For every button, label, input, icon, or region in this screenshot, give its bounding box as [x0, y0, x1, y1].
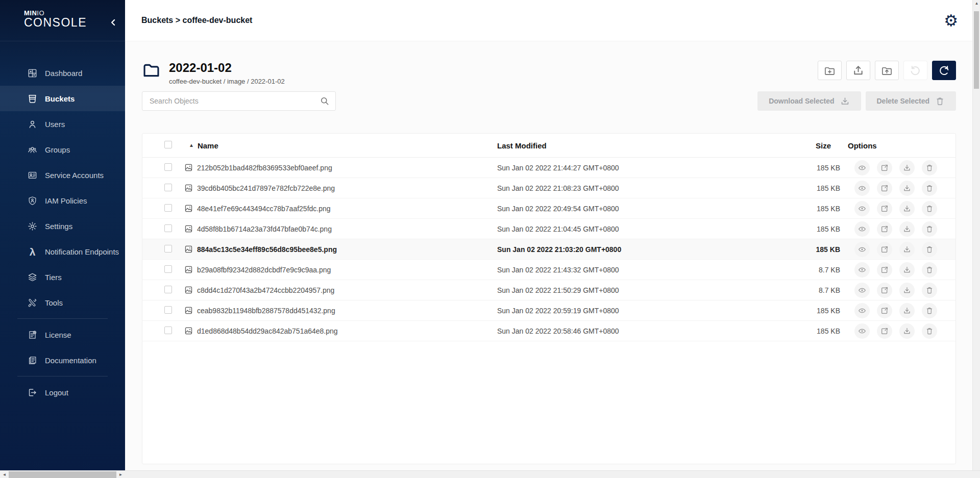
table-row[interactable]: ceab9832b11948bfb2887578dd451432.png Sun… — [142, 300, 955, 321]
settings-button[interactable]: ⚙ — [944, 13, 958, 29]
vertical-scrollbar-thumb[interactable] — [974, 11, 979, 89]
row-checkbox[interactable] — [164, 163, 172, 171]
delete-object-button[interactable] — [922, 283, 937, 298]
sidebar-item[interactable]: Users — [0, 111, 125, 137]
delete-object-button[interactable] — [922, 201, 937, 216]
download-object-button[interactable] — [899, 181, 915, 196]
table-row[interactable]: 48e41ef7e69c443494cc78b7aaf25fdc.png Sun… — [142, 198, 955, 219]
table-row[interactable]: 212b052b1bad482fb8369533ebf0aeef.png Sun… — [142, 158, 955, 178]
sidebar-item[interactable]: Buckets — [0, 86, 125, 111]
sidebar-item[interactable]: IAM Policies — [0, 188, 125, 213]
preview-object-button[interactable] — [854, 201, 870, 216]
sidebar-item[interactable]: Groups — [0, 137, 125, 162]
download-object-button[interactable] — [899, 160, 915, 175]
table-row[interactable]: 4d58f8b1b6714a23a73fd47bfae0b74c.png Sun… — [142, 219, 955, 239]
column-header-last-modified[interactable]: Last Modified — [497, 141, 783, 150]
preview-object-button[interactable] — [854, 160, 870, 175]
share-object-button[interactable] — [877, 242, 892, 257]
share-object-button[interactable] — [877, 160, 892, 175]
sidebar-item[interactable]: Logout — [0, 380, 125, 405]
toolbar-button[interactable] — [818, 61, 842, 80]
share-object-button[interactable] — [877, 283, 892, 298]
share-object-button[interactable] — [877, 303, 892, 318]
delete-object-button[interactable] — [922, 262, 937, 278]
row-checkbox[interactable] — [164, 245, 172, 253]
delete-object-button[interactable] — [922, 160, 937, 175]
object-name[interactable]: 212b052b1bad482fb8369533ebf0aeef.png — [197, 164, 332, 172]
share-object-button[interactable] — [877, 262, 892, 278]
object-name[interactable]: b29a08fbf92342d882dcbdf7e9c9c9aa.png — [197, 266, 331, 274]
download-object-button[interactable] — [899, 221, 915, 237]
row-checkbox[interactable] — [164, 326, 172, 334]
preview-object-button[interactable] — [854, 242, 870, 257]
object-name[interactable]: c8dd4c1d270f43a2b4724ccbb2204957.png — [197, 286, 334, 294]
toolbar-button[interactable] — [932, 61, 956, 80]
search-input[interactable] — [142, 91, 336, 111]
table-row[interactable]: c8dd4c1d270f43a2b4724ccbb2204957.png Sun… — [142, 280, 955, 300]
sidebar-item[interactable]: Service Accounts — [0, 162, 125, 188]
download-object-button[interactable] — [899, 323, 915, 339]
download-object-button[interactable] — [899, 242, 915, 257]
preview-object-button[interactable] — [854, 221, 870, 237]
scroll-right-arrow-icon[interactable]: ► — [116, 471, 125, 478]
object-name[interactable]: 48e41ef7e69c443494cc78b7aaf25fdc.png — [197, 205, 331, 213]
download-object-button[interactable] — [899, 303, 915, 318]
download-selected-button[interactable]: Download Selected — [757, 91, 861, 111]
download-object-button[interactable] — [899, 201, 915, 216]
delete-object-button[interactable] — [922, 242, 937, 257]
table-row[interactable]: 884a5c13c5e34eff89c56d8c95bee8e5.png Sun… — [142, 239, 955, 260]
download-object-button[interactable] — [899, 262, 915, 278]
row-checkbox[interactable] — [164, 306, 172, 314]
object-name[interactable]: 884a5c13c5e34eff89c56d8c95bee8e5.png — [197, 245, 337, 254]
object-name[interactable]: 39cd6b405bc241d7897e782fcb722e8e.png — [197, 184, 335, 192]
horizontal-scrollbar[interactable]: ◄ ► — [0, 470, 980, 478]
row-checkbox[interactable] — [164, 286, 172, 293]
row-checkbox[interactable] — [164, 265, 172, 273]
preview-object-button[interactable] — [854, 323, 870, 339]
delete-object-button[interactable] — [922, 303, 937, 318]
sidebar-item[interactable]: License — [0, 322, 125, 347]
sidebar-menu: Dashboard Buckets Users Groups Service A… — [0, 60, 125, 405]
delete-object-button[interactable] — [922, 221, 937, 237]
object-name[interactable]: d1ed868d48b54dd29ac842ab751a64e8.png — [197, 327, 338, 335]
object-name[interactable]: 4d58f8b1b6714a23a73fd47bfae0b74c.png — [197, 225, 332, 233]
delete-object-button[interactable] — [922, 323, 937, 339]
preview-object-button[interactable] — [854, 181, 870, 196]
sidebar-item[interactable]: Documentation — [0, 347, 125, 373]
delete-object-button[interactable] — [922, 181, 937, 196]
vertical-scrollbar[interactable]: ▲ — [972, 0, 980, 470]
scroll-up-arrow-icon[interactable]: ▲ — [973, 1, 980, 6]
object-name[interactable]: ceab9832b11948bfb2887578dd451432.png — [197, 307, 335, 315]
preview-object-button[interactable] — [854, 303, 870, 318]
row-checkbox[interactable] — [164, 224, 172, 232]
horizontal-scrollbar-thumb[interactable] — [9, 471, 116, 478]
delete-selected-button[interactable]: Delete Selected — [866, 91, 957, 111]
preview-object-button[interactable] — [854, 283, 870, 298]
share-object-button[interactable] — [877, 221, 892, 237]
table-row[interactable]: d1ed868d48b54dd29ac842ab751a64e8.png Sun… — [142, 321, 955, 341]
share-object-button[interactable] — [877, 181, 892, 196]
toolbar-button[interactable] — [875, 61, 899, 80]
breadcrumb[interactable]: Buckets > coffee-dev-bucket — [141, 16, 252, 25]
sidebar-item[interactable]: Tiers — [0, 264, 125, 290]
row-checkbox[interactable] — [164, 184, 172, 191]
toolbar-button[interactable] — [903, 61, 927, 80]
download-object-button[interactable] — [899, 283, 915, 298]
column-header-name[interactable]: Name — [198, 141, 218, 150]
sidebar-item[interactable]: Dashboard — [0, 60, 125, 86]
sidebar-collapse-button[interactable] — [108, 17, 118, 28]
select-all-checkbox[interactable] — [164, 141, 172, 148]
scroll-left-arrow-icon[interactable]: ◄ — [0, 471, 9, 478]
table-row[interactable]: 39cd6b405bc241d7897e782fcb722e8e.png Sun… — [142, 178, 955, 198]
preview-object-button[interactable] — [854, 262, 870, 278]
sidebar-item[interactable]: λ Notification Endpoints — [0, 239, 125, 264]
sidebar-item[interactable]: Settings — [0, 213, 125, 239]
toolbar-button[interactable] — [846, 61, 870, 80]
share-object-button[interactable] — [877, 201, 892, 216]
sort-asc-icon[interactable]: ▲ — [189, 143, 194, 148]
sidebar-item[interactable]: Tools — [0, 290, 125, 315]
row-checkbox[interactable] — [164, 204, 172, 212]
column-header-size[interactable]: Size — [783, 141, 840, 150]
share-object-button[interactable] — [877, 323, 892, 339]
table-row[interactable]: b29a08fbf92342d882dcbdf7e9c9c9aa.png Sun… — [142, 260, 955, 280]
